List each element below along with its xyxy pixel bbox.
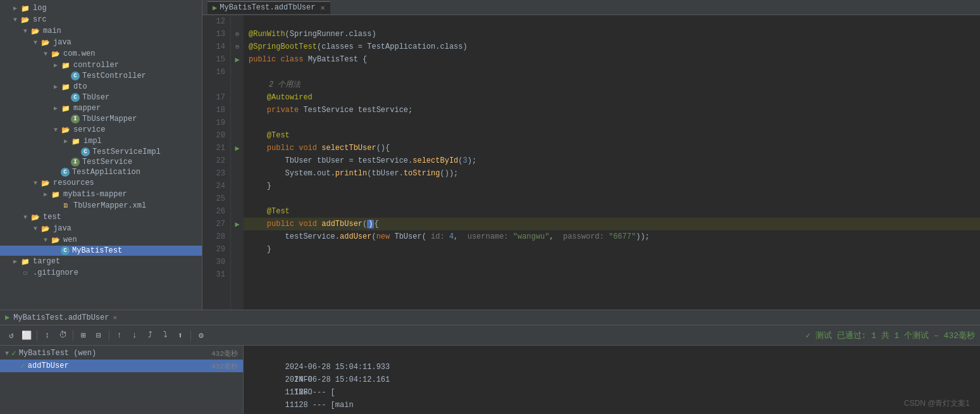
tree-arrow-target: ▶ bbox=[10, 258, 20, 265]
watermark: CSDN @青灯文案1 bbox=[904, 398, 970, 409]
folder-icon-controller: 📁 bbox=[61, 60, 71, 70]
tree-arrow-resources: ▼ bbox=[30, 180, 40, 187]
tree-item-mapper[interactable]: ▶ 📁 mapper bbox=[0, 103, 202, 114]
tree-item-TbUserMapper[interactable]: I TbUserMapper bbox=[0, 114, 202, 124]
code-line-26: @Test bbox=[244, 205, 980, 218]
code-line-12 bbox=[244, 15, 980, 28]
folder-icon-test: 📂 bbox=[30, 212, 40, 222]
tree-item-TbUser[interactable]: C TbUser bbox=[0, 92, 202, 103]
test-status: ✓ 测试 已通过: 1 共 1 个测试 – 432毫秒 bbox=[805, 330, 975, 341]
test-method-item[interactable]: ✓ addTbUser 432毫秒 bbox=[0, 360, 243, 372]
tree-item-controller[interactable]: ▶ 📁 controller bbox=[0, 60, 202, 71]
scroll-bottom-button[interactable]: ⤵ bbox=[159, 329, 171, 342]
tree-item-mybatis-mapper[interactable]: ▶ 📁 mybatis-mapper bbox=[0, 189, 202, 200]
tree-arrow-main: ▼ bbox=[20, 28, 30, 35]
gutter-26 bbox=[231, 205, 244, 218]
tree-item-src[interactable]: ▼ 📂 src bbox=[0, 14, 202, 25]
code-line-31 bbox=[244, 268, 980, 281]
code-line-25 bbox=[244, 192, 980, 205]
settings-button[interactable]: ⚙ bbox=[195, 329, 208, 342]
tree-label-TestApplication: TestApplication bbox=[72, 168, 140, 177]
tree-item-TestServiceImpl[interactable]: C TestServiceImpl bbox=[0, 147, 202, 157]
tree-item-TestApplication[interactable]: C TestApplication bbox=[0, 167, 202, 177]
folder-icon-src: 📂 bbox=[20, 15, 30, 25]
tree-item-impl[interactable]: ▶ 📁 impl bbox=[0, 135, 202, 147]
tree-item-service[interactable]: ▼ 📂 service bbox=[0, 124, 202, 135]
tree-item-java[interactable]: ▼ 📂 java bbox=[0, 37, 202, 48]
code-line-28: testService.addUser(new TbUser( id: 4, u… bbox=[244, 230, 980, 243]
tree-item-com-wen[interactable]: ▼ 📂 com.wen bbox=[0, 48, 202, 60]
tree-item-dto[interactable]: ▶ 📁 dto bbox=[0, 81, 202, 92]
sort-duration-button[interactable]: ⏱ bbox=[56, 329, 69, 342]
run-icon: ▶ bbox=[5, 313, 9, 322]
separator-3 bbox=[109, 330, 109, 341]
gutter-15[interactable]: ▶ bbox=[231, 53, 244, 66]
tree-item-log[interactable]: ▶ 📁 log bbox=[0, 3, 202, 14]
editor-tab[interactable]: ▶ MyBatisTest.addTbUser ✕ bbox=[208, 1, 330, 14]
gutter-21[interactable]: ▶ bbox=[231, 142, 244, 154]
collapse-button[interactable]: ⊟ bbox=[92, 329, 105, 342]
tree-arrow-log: ▶ bbox=[10, 4, 20, 12]
code-line-20: @Test bbox=[244, 129, 980, 142]
test-suite-item[interactable]: ▼ ✓ MyBatisTest (wen) 432毫秒 bbox=[0, 347, 243, 360]
code-lines: @RunWith(SpringRunner.class) @SpringBoot… bbox=[244, 15, 980, 310]
tree-arrow-controller: ▶ bbox=[51, 61, 61, 69]
gutter-19 bbox=[231, 116, 244, 129]
code-line-14: @SpringBootTest(classes = TestApplicatio… bbox=[244, 41, 980, 53]
tree-arrow-test-java: ▼ bbox=[30, 225, 40, 232]
code-editor: ▶ MyBatisTest.addTbUser ✕ 12 13 14 15 16… bbox=[202, 0, 980, 310]
tree-item-test-java[interactable]: ▼ 📂 java bbox=[0, 223, 202, 234]
xml-icon: 🗎 bbox=[61, 201, 71, 211]
tree-item-gitignore[interactable]: ◻ .gitignore bbox=[0, 267, 202, 279]
tree-label-TestServiceImpl: TestServiceImpl bbox=[92, 147, 161, 156]
tree-label-java: java bbox=[53, 38, 71, 47]
code-line-18: private TestService testService; bbox=[244, 104, 980, 116]
gutter-23 bbox=[231, 167, 244, 180]
gutter-13: ⊖ bbox=[231, 28, 244, 41]
tree-arrow-com-wen: ▼ bbox=[40, 51, 51, 58]
tree-item-TestService[interactable]: I TestService bbox=[0, 157, 202, 167]
close-icon[interactable]: ✕ bbox=[320, 3, 325, 13]
rerun-button[interactable]: ↺ bbox=[5, 329, 18, 342]
next-fail-button[interactable]: ↓ bbox=[128, 329, 141, 342]
gutter-27[interactable]: ▶ bbox=[231, 218, 244, 230]
tree-item-MyBatisTest[interactable]: C MyBatisTest bbox=[0, 246, 202, 256]
gutter-14: ⊖ bbox=[231, 41, 244, 53]
tree-arrow-wen: ▼ bbox=[40, 237, 51, 244]
tree-item-TestController[interactable]: C TestController bbox=[0, 71, 202, 81]
suite-expand-icon: ▼ bbox=[5, 350, 9, 357]
tree-arrow-service: ▼ bbox=[51, 127, 61, 134]
close-tab-icon[interactable]: ✕ bbox=[113, 313, 117, 322]
separator-2 bbox=[73, 330, 73, 341]
tree-arrow-java: ▼ bbox=[30, 39, 40, 46]
file-tree[interactable]: ▶ 📁 log ▼ 📂 src ▼ 📂 main ▼ 📂 java ▼ bbox=[0, 0, 202, 310]
test-method-label: addTbUser bbox=[28, 361, 69, 370]
code-line-24: } bbox=[244, 180, 980, 192]
tree-arrow-mapper: ▶ bbox=[51, 104, 61, 112]
stop-button[interactable]: ⬜ bbox=[20, 329, 33, 342]
folder-icon-impl: 📁 bbox=[71, 136, 81, 146]
tree-arrow-impl: ▶ bbox=[61, 137, 71, 145]
folder-icon-mapper: 📁 bbox=[61, 103, 71, 113]
tree-item-wen[interactable]: ▼ 📂 wen bbox=[0, 234, 202, 246]
tree-label-dto: dto bbox=[73, 82, 87, 91]
tree-item-resources[interactable]: ▼ 📂 resources bbox=[0, 177, 202, 189]
tree-item-target[interactable]: ▶ 📁 target bbox=[0, 256, 202, 267]
gutter-12 bbox=[231, 15, 244, 28]
log-area: 2024-06-28 15:04:11.933 INFO 11128 --- [… bbox=[244, 346, 980, 414]
export-button[interactable]: ⬆ bbox=[174, 329, 187, 342]
tree-item-test[interactable]: ▼ 📂 test bbox=[0, 211, 202, 223]
gutter-25 bbox=[231, 192, 244, 205]
scroll-top-button[interactable]: ⤴ bbox=[144, 329, 156, 342]
folder-icon-dto: 📁 bbox=[61, 82, 71, 92]
tree-label-impl: impl bbox=[84, 137, 102, 146]
sort-alpha-button[interactable]: ↕ bbox=[41, 329, 54, 342]
expand-button[interactable]: ⊞ bbox=[77, 329, 90, 342]
tree-arrow-test: ▼ bbox=[20, 214, 30, 221]
tree-item-main[interactable]: ▼ 📂 main bbox=[0, 25, 202, 37]
test-duration: 432毫秒 bbox=[211, 361, 238, 371]
code-content: 12 13 14 15 16 17 18 19 20 21 22 23 24 2… bbox=[202, 15, 980, 310]
tree-item-TbUserMapper-xml[interactable]: 🗎 TbUserMapper.xml bbox=[0, 200, 202, 211]
code-line-29: } bbox=[244, 243, 980, 256]
prev-fail-button[interactable]: ↑ bbox=[113, 329, 126, 342]
